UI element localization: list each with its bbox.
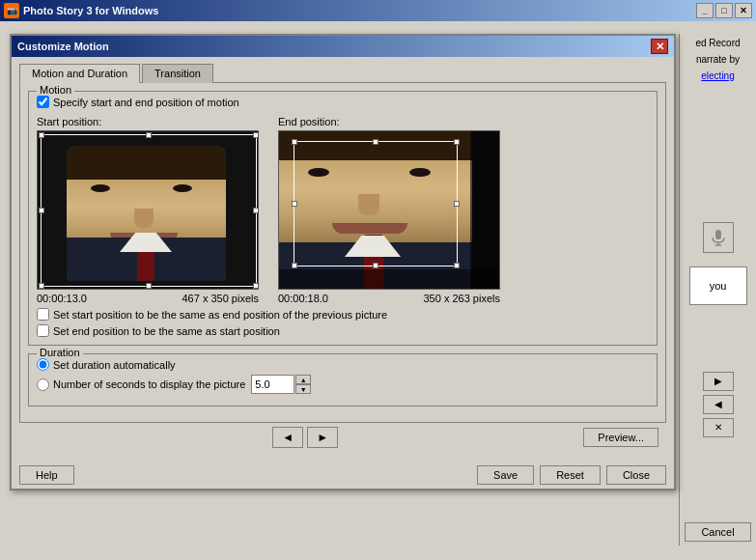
manual-duration-row: Number of seconds to display the picture… [37,375,649,394]
positions-row: Start position: [37,116,649,304]
start-position-label: Start position: [37,116,259,127]
motion-group: Motion Specify start and end position of… [28,91,658,346]
maximize-button[interactable]: □ [715,3,733,18]
specify-checkbox-label: Specify start and end position of motion [53,97,239,108]
close-button[interactable]: Close [606,465,666,485]
bottom-nav-row: ◄ ► Preview... [19,423,666,452]
end-time: 00:00:18.0 [278,293,328,304]
seconds-spinner[interactable]: ▲ ▼ [295,375,311,394]
dialog-footer: Help Save Reset Close [12,460,674,489]
start-selection-box [41,134,257,287]
end-same-as-start-checkbox[interactable] [37,324,49,337]
end-size: 350 x 263 pixels [424,293,501,304]
right-text2: narrate by [685,54,752,65]
next-button[interactable]: ► [307,427,338,448]
end-same-as-start-row: Set end position to be the same as start… [37,324,649,337]
arrow-left-button[interactable]: ◀ [703,395,734,414]
auto-duration-label: Set duration automatically [53,359,176,371]
tab-transition[interactable]: Transition [142,64,213,83]
you-text: you [710,280,727,292]
motion-group-label: Motion [37,84,74,96]
tabs: Motion and Duration Transition [19,63,666,82]
specify-checkbox[interactable] [37,96,49,108]
start-same-as-prev-label: Set start position to be the same as end… [53,309,387,321]
duration-group-label: Duration [37,347,83,358]
tab-content: Motion Specify start and end position of… [19,82,666,423]
outer-titlebar: 📷 Photo Story 3 for Windows _ □ ✕ [0,0,756,21]
microphone-button[interactable] [703,222,734,253]
start-size: 467 x 350 pixels [182,293,260,304]
tab-motion-duration[interactable]: Motion and Duration [19,64,140,83]
prev-button[interactable]: ◄ [272,427,303,448]
start-image-meta: 00:00:13.0 467 x 350 pixels [37,293,259,304]
microphone-icon [710,229,727,246]
x-button[interactable]: ✕ [703,418,734,437]
manual-duration-radio[interactable] [37,378,49,391]
end-image-frame[interactable] [278,130,500,290]
arrow-right-button[interactable]: ▶ [703,372,734,391]
end-position-col: End position: [278,116,500,304]
help-button[interactable]: Help [19,465,74,485]
duration-group: Duration Set duration automatically Numb… [28,353,658,406]
right-link[interactable]: electing [701,70,734,81]
app-icon: 📷 [4,3,19,18]
svg-rect-0 [715,230,721,239]
nav-area: ◄ ► [27,427,583,448]
right-text1: ed Record [685,38,752,48]
dialog-titlebar: Customize Motion ✕ [12,36,674,57]
end-position-label: End position: [278,116,500,127]
dialog-close-button[interactable]: ✕ [651,39,668,54]
start-same-as-prev-checkbox[interactable] [37,308,49,321]
minimize-button[interactable]: _ [696,3,714,18]
cancel-button[interactable]: Cancel [685,522,750,542]
footer-right-buttons: Save Reset Close [477,465,666,485]
spin-down-button[interactable]: ▼ [295,384,311,394]
outer-titlebar-buttons: _ □ ✕ [696,3,752,18]
save-button[interactable]: Save [477,465,534,485]
end-same-as-start-label: Set end position to be the same as start… [53,325,280,337]
dialog-title: Customize Motion [17,41,651,52]
auto-duration-row: Set duration automatically [37,358,649,371]
auto-duration-radio[interactable] [37,358,49,371]
spin-up-button[interactable]: ▲ [295,375,311,384]
specify-checkbox-row: Specify start and end position of motion [37,96,649,108]
dialog-body: Motion and Duration Transition Motion Sp… [12,57,674,460]
manual-duration-label: Number of seconds to display the picture [53,378,245,390]
end-selection-box [294,141,458,266]
seconds-input[interactable] [251,375,294,394]
start-position-col: Start position: [37,116,259,304]
start-time: 00:00:13.0 [37,293,87,304]
start-same-as-prev-row: Set start position to be the same as end… [37,308,649,321]
outer-window: 📷 Photo Story 3 for Windows _ □ ✕ ed Rec… [0,0,756,560]
end-image-meta: 00:00:18.0 350 x 263 pixels [278,293,500,304]
start-image-frame[interactable] [37,130,259,290]
right-panel: ed Record narrate by electing you ▶ ◀ ✕ … [679,34,756,546]
customize-motion-dialog: Customize Motion ✕ Motion and Duration T… [10,34,676,490]
outer-window-title: Photo Story 3 for Windows [23,5,696,16]
reset-button[interactable]: Reset [540,465,601,485]
close-outer-button[interactable]: ✕ [735,3,752,18]
preview-button[interactable]: Preview... [583,428,658,447]
